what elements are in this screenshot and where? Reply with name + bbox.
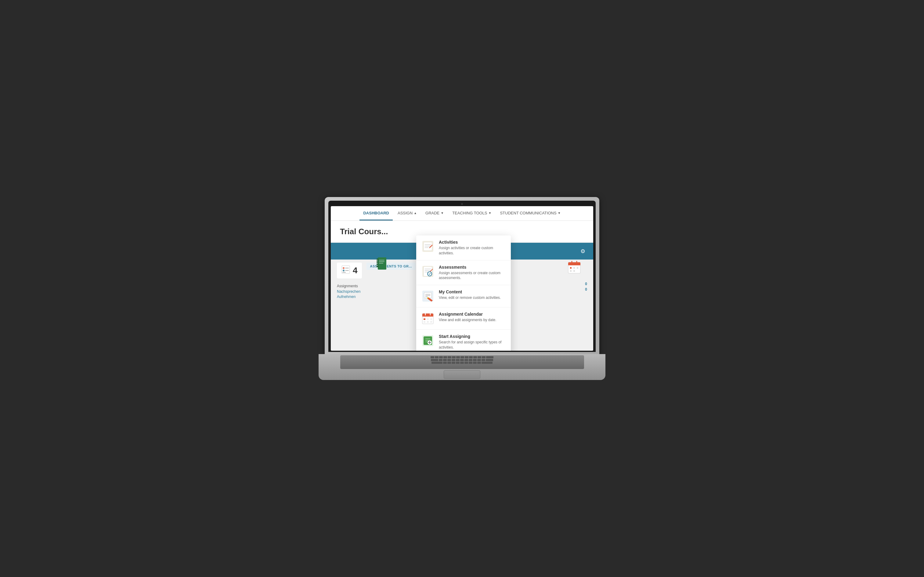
startassigning-icon	[421, 334, 435, 347]
key	[486, 356, 493, 358]
key	[477, 359, 481, 361]
svg-rect-17	[379, 261, 384, 262]
stat-box-assignments: 4	[337, 263, 362, 279]
key	[460, 362, 464, 364]
nav-student-communications[interactable]: STUDENT COMMUNICATIONS ▼	[496, 206, 564, 221]
grade-chevron-icon: ▼	[441, 211, 444, 215]
nav-assign-label: ASSIGN	[397, 211, 413, 215]
key	[477, 362, 481, 364]
assignments-to-grade-link[interactable]: ASSIGNMENTS TO GR...	[367, 263, 416, 270]
nav-teaching-tools[interactable]: TEACHING TOOLS ▼	[449, 206, 495, 221]
svg-rect-47	[423, 318, 425, 320]
menu-item-mycontent[interactable]: My Content View, edit or remove custom a…	[416, 285, 511, 308]
nav-dashboard[interactable]: DASHBOARD	[359, 206, 393, 221]
calendar-icon	[568, 260, 581, 274]
svg-point-20	[343, 267, 344, 269]
key	[447, 359, 451, 361]
key	[469, 362, 472, 364]
activities-title: Activities	[439, 240, 506, 245]
aufnehmen-link[interactable]: Aufnehmen	[337, 295, 360, 299]
svg-rect-44	[422, 316, 433, 317]
key	[464, 362, 468, 364]
svg-point-41	[427, 297, 428, 298]
svg-rect-7	[577, 267, 578, 269]
svg-rect-16	[379, 260, 384, 260]
keyboard-rows	[340, 355, 584, 365]
activities-text-block: Activities Assign activities or create c…	[439, 240, 506, 256]
key	[431, 356, 434, 358]
stat-line-2: 0	[585, 287, 587, 292]
svg-rect-49	[430, 318, 432, 320]
key	[439, 356, 443, 358]
nav-assign[interactable]: ASSIGN ▲	[394, 206, 420, 221]
key	[452, 359, 455, 361]
menu-item-assessments[interactable]: Assessments Assign assessments or create…	[416, 260, 511, 285]
key	[443, 359, 447, 361]
key	[460, 356, 464, 358]
svg-rect-13	[376, 262, 378, 263]
key	[431, 359, 438, 361]
gear-icon[interactable]: ⚙	[578, 247, 587, 256]
page-content: Trial Cours...	[331, 221, 593, 351]
assign-dropdown: Activities Assign activities or create c…	[416, 235, 511, 351]
startassigning-text-block: Start Assigning Search for and assign sp…	[439, 334, 506, 350]
key	[443, 356, 447, 358]
stat-line-2-value: 0	[585, 287, 587, 292]
svg-rect-2	[568, 264, 580, 265]
startassigning-title: Start Assigning	[439, 334, 506, 339]
mycontent-icon	[421, 289, 435, 303]
svg-point-22	[343, 269, 344, 271]
camera-dot	[461, 203, 463, 205]
svg-rect-48	[427, 318, 429, 320]
menu-item-assignmentcalendar[interactable]: Assignment Calendar View and edit assign…	[416, 308, 511, 330]
key	[465, 356, 468, 358]
key	[447, 356, 451, 358]
key	[486, 359, 493, 361]
key	[473, 362, 477, 364]
assessments-icon	[421, 265, 435, 278]
key	[469, 356, 473, 358]
key	[435, 356, 438, 358]
key	[482, 356, 486, 358]
startassigning-desc: Search for and assign specific types of …	[439, 340, 506, 350]
menu-item-activities[interactable]: Activities Assign activities or create c…	[416, 235, 511, 260]
svg-rect-52	[430, 321, 432, 323]
mycontent-title: My Content	[439, 289, 506, 294]
nav-grade[interactable]: GRADE ▼	[422, 206, 447, 221]
assignments-label: Assignments	[337, 284, 360, 288]
key-row-1	[341, 356, 583, 358]
svg-rect-8	[570, 270, 572, 272]
mycontent-text-block: My Content View, edit or remove custom a…	[439, 289, 506, 300]
nachsprechen-link[interactable]: Nachsprechen	[337, 289, 360, 294]
key	[447, 362, 451, 364]
laptop-body: DASHBOARD ASSIGN ▲ GRADE ▼ TEACHING TOOL…	[325, 197, 599, 356]
assessments-title: Assessments	[439, 265, 506, 269]
laptop-screen: DASHBOARD ASSIGN ▲ GRADE ▼ TEACHING TOOL…	[331, 206, 593, 351]
assign-chevron-icon: ▲	[414, 211, 417, 215]
nav-items: DASHBOARD ASSIGN ▲ GRADE ▼ TEACHING TOOL…	[359, 206, 564, 221]
key	[478, 356, 481, 358]
nav-studentcomm-label: STUDENT COMMUNICATIONS	[500, 211, 556, 215]
laptop-wrapper: DASHBOARD ASSIGN ▲ GRADE ▼ TEACHING TOOL…	[325, 197, 599, 380]
svg-rect-15	[376, 266, 378, 267]
key	[481, 362, 493, 364]
assignmentcalendar-text-block: Assignment Calendar View and edit assign…	[439, 312, 506, 323]
svg-rect-37	[424, 292, 431, 298]
key	[431, 362, 443, 364]
key	[456, 356, 460, 358]
studentcomm-chevron-icon: ▼	[558, 211, 561, 215]
key	[456, 362, 460, 364]
laptop-base	[318, 354, 606, 380]
assignments-block: Assignments Nachsprechen Aufnehmen	[337, 284, 360, 300]
svg-rect-14	[376, 264, 378, 265]
svg-rect-5	[570, 267, 572, 269]
svg-rect-18	[379, 263, 383, 263]
nav-grade-label: GRADE	[425, 211, 439, 215]
assignmentcalendar-title: Assignment Calendar	[439, 312, 506, 317]
notebook-icon-container	[376, 257, 388, 272]
menu-item-startassigning[interactable]: Start Assigning Search for and assign sp…	[416, 330, 511, 351]
screen-bezel: DASHBOARD ASSIGN ▲ GRADE ▼ TEACHING TOOL…	[328, 201, 596, 352]
key	[452, 362, 455, 364]
stat-assignments-icon	[341, 265, 350, 276]
nav-teaching-label: TEACHING TOOLS	[452, 211, 487, 215]
